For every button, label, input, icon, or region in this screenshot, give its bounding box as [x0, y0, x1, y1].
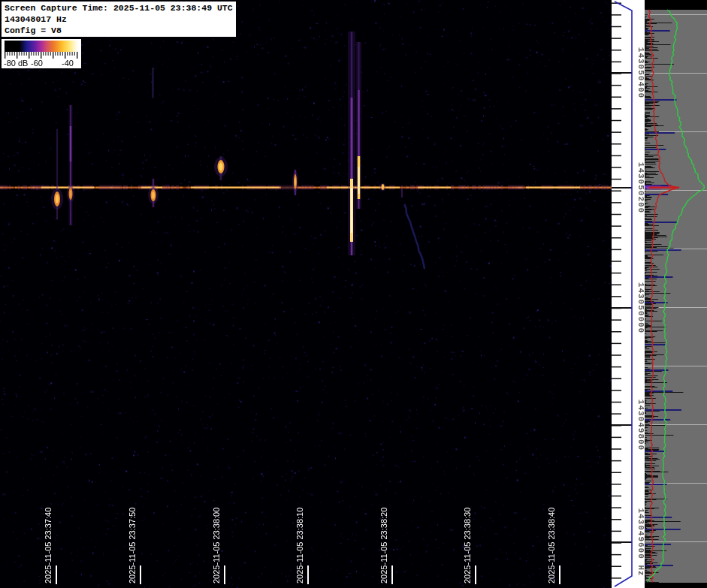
- time-axis-tick: [140, 565, 141, 584]
- frequency-axis: [612, 0, 645, 588]
- scale-label-min: -80 dB: [4, 59, 28, 68]
- time-axis-tick: [391, 565, 393, 584]
- time-axis-label: 2025-11-05 23:38:00: [212, 493, 222, 583]
- time-axis-label: 2025-11-05 23:38:10: [295, 493, 306, 583]
- scale-label-max: -40: [62, 59, 74, 68]
- capture-time-text: Screen Capture Time: 2025-11-05 23:38:49…: [5, 2, 233, 14]
- scale-label-mid: -60: [31, 59, 43, 68]
- color-gradient-bar: [5, 41, 79, 52]
- spectrogram-window: 2025-11-05 23:37:402025-11-05 23:37:5020…: [0, 0, 707, 588]
- time-axis-label: 2025-11-05 23:38:40: [547, 493, 557, 583]
- tuned-frequency-text: 143048017 Hz: [5, 14, 233, 25]
- scale-ticks: [3, 52, 81, 59]
- time-axis-label: 2025-11-05 23:37:40: [44, 493, 54, 583]
- intensity-color-scale: -80 dB -60 -40: [2, 39, 81, 68]
- time-axis-tick: [307, 565, 309, 584]
- capture-info-box: Screen Capture Time: 2025-11-05 23:38:49…: [2, 2, 236, 37]
- frequency-axis-ticks: [612, 0, 645, 588]
- time-axis-label: 2025-11-05 23:38:20: [379, 493, 390, 583]
- time-axis-label: 2025-11-05 23:38:30: [463, 493, 473, 583]
- time-axis-tick: [56, 565, 57, 584]
- time-axis-tick: [475, 565, 476, 584]
- scale-labels: -80 dB -60 -40: [2, 59, 81, 68]
- waterfall-display: [0, 0, 612, 588]
- time-axis-label: 2025-11-05 23:37:50: [128, 493, 138, 583]
- time-axis-tick: [224, 565, 225, 584]
- spectrum-panel: [645, 0, 707, 588]
- config-text: Config = V8: [5, 25, 233, 36]
- time-axis-tick: [559, 565, 560, 584]
